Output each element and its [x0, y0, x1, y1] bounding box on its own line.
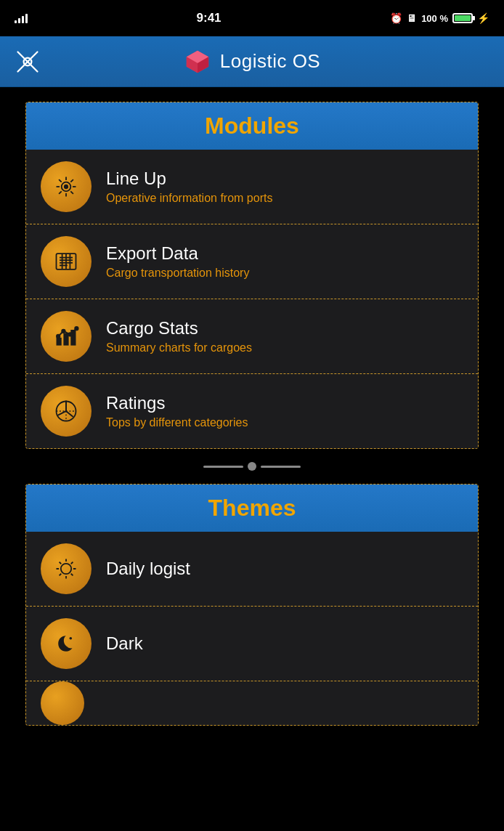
svg-point-42 — [70, 637, 73, 640]
svg-line-12 — [59, 179, 62, 182]
pagination-dot — [248, 462, 256, 471]
signal-area — [15, 13, 28, 23]
cargostats-icon — [53, 323, 79, 349]
clock: 9:41 — [197, 11, 221, 25]
battery-container — [452, 13, 473, 23]
svg-point-16 — [65, 185, 68, 189]
lineup-icon — [53, 174, 79, 200]
app-logo: Logistic OS — [184, 48, 320, 76]
more-icon-circle — [41, 681, 84, 725]
export-title: Export Data — [106, 243, 249, 264]
status-bar: 9:41 ⏰ 🖥 100 % ⚡ — [0, 0, 504, 36]
export-data-item[interactable]: Export Data Cargo transportation history — [26, 224, 478, 299]
signal-icon — [15, 13, 28, 23]
modules-header: Modules — [26, 102, 478, 150]
cargo-stats-item[interactable]: Cargo Stats Summary charts for cargoes — [26, 299, 478, 374]
ratings-subtitle: Tops by different categories — [106, 416, 248, 429]
cargo-title: Cargo Stats — [106, 318, 252, 339]
svg-line-15 — [59, 191, 62, 194]
svg-point-29 — [68, 333, 72, 336]
main-content: Modules Line Up Ope — [0, 87, 504, 831]
pagination-line-left — [203, 466, 243, 468]
daily-logist-item[interactable]: Daily logist — [26, 532, 478, 607]
lineup-text: Line Up Operative information from ports — [106, 169, 272, 205]
modules-section: Modules Line Up Ope — [25, 102, 479, 449]
cargo-text: Cargo Stats Summary charts for cargoes — [106, 318, 252, 354]
themes-section: Themes Daily logist — [25, 484, 479, 726]
svg-rect-25 — [57, 338, 62, 346]
svg-point-33 — [61, 564, 71, 574]
cargo-subtitle: Summary charts for cargoes — [106, 341, 252, 354]
ratings-item[interactable]: Ratings Tops by different categories — [26, 374, 478, 448]
daily-text: Daily logist — [106, 559, 190, 579]
cube-icon — [184, 48, 211, 76]
pagination — [25, 449, 479, 484]
daily-title: Daily logist — [106, 559, 190, 579]
svg-line-39 — [71, 574, 73, 576]
battery-icon — [452, 13, 473, 23]
svg-point-31 — [57, 335, 60, 339]
svg-point-30 — [62, 330, 65, 333]
lineup-icon-circle — [41, 161, 92, 212]
daily-icon — [53, 556, 79, 582]
ratings-text: Ratings Tops by different categories — [106, 393, 248, 429]
svg-line-41 — [60, 574, 62, 576]
dark-text: Dark — [106, 633, 143, 654]
ratings-icon-circle — [41, 386, 92, 437]
more-item[interactable] — [26, 681, 478, 725]
menu-icon[interactable] — [15, 49, 41, 75]
daily-icon-circle — [41, 543, 92, 594]
dark-title: Dark — [106, 633, 143, 654]
export-icon-circle — [41, 236, 92, 287]
modules-title: Modules — [205, 113, 299, 139]
themes-title: Themes — [208, 495, 296, 521]
lightning-icon: ⚡ — [477, 12, 489, 24]
svg-line-13 — [70, 191, 73, 194]
dark-icon-circle — [41, 618, 92, 669]
app-header: Logistic OS — [0, 36, 504, 87]
svg-line-40 — [71, 562, 73, 564]
export-text: Export Data Cargo transportation history — [106, 243, 249, 280]
export-icon — [53, 248, 79, 275]
svg-line-38 — [60, 562, 62, 564]
themes-header: Themes — [26, 485, 478, 532]
lineup-title: Line Up — [106, 169, 272, 189]
svg-point-28 — [75, 327, 78, 331]
alarm-icon: ⏰ — [390, 12, 402, 24]
cargostats-icon-circle — [41, 311, 92, 362]
export-subtitle: Cargo transportation history — [106, 267, 249, 280]
display-icon: 🖥 — [407, 12, 417, 24]
system-icons: ⏰ 🖥 100 % ⚡ — [390, 12, 489, 24]
ratings-title: Ratings — [106, 393, 248, 413]
ratings-icon — [53, 398, 79, 424]
pagination-line-right — [261, 466, 301, 468]
dark-icon — [53, 631, 79, 657]
dark-item[interactable]: Dark — [26, 607, 478, 681]
lineup-item[interactable]: Line Up Operative information from ports — [26, 150, 478, 224]
app-title: Logistic OS — [220, 50, 320, 73]
svg-line-14 — [70, 179, 73, 182]
battery-fill — [455, 15, 471, 21]
battery-percent: 100 % — [421, 13, 448, 24]
lineup-subtitle: Operative information from ports — [106, 192, 272, 205]
